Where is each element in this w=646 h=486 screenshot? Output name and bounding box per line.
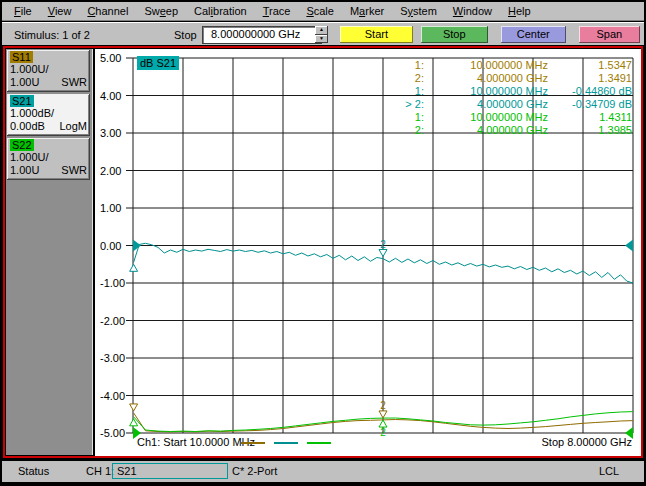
menu-view[interactable]: View [40,4,80,18]
trace-button-s21[interactable]: S211.000dB/0.00dBLogM [7,94,90,136]
stop-field-label: Stop [174,29,197,41]
menu-bar: FileViewChannelSweepCalibrationTraceScal… [2,2,644,21]
trace-format-label: SWR [61,76,87,89]
marker-value: 1.5347 [548,59,632,72]
marker-2-number: 2 [380,400,386,411]
marker-frequency: 4.000000 GHz [424,124,548,137]
measurement-box: S21 [112,463,228,479]
trace-ref-value: 1.00U [10,164,39,177]
menu-file[interactable]: File [6,4,40,18]
trace-scale-label: 1.000U/ [10,63,87,76]
display-area: S111.000U/1.00USWRS211.000dB/0.00dBLogMS… [2,45,644,459]
stop-frequency-input[interactable]: 8.000000000 GHz [202,26,322,44]
marker-2-symbol [379,411,387,418]
marker-readout-row: 2:4.000000 GHz1.3985 [382,124,632,137]
marker-frequency: 10.000000 MHz [424,111,548,124]
legend-dash-s21 [274,442,298,444]
trace-name-badge: S21 [10,95,34,107]
menu-marker[interactable]: Marker [342,4,392,18]
menu-help[interactable]: Help [500,4,539,18]
status-bar: Status CH 1: S21 C* 2-Port LCL [2,461,644,482]
lcl-indicator: LCL [599,465,619,477]
marker-2-number: 2 [380,427,386,438]
trace-format-label: LogM [59,120,87,133]
marker-2-symbol [379,250,387,257]
marker-value: -0.44860 dB [548,85,632,98]
channel-label: CH 1: [86,465,114,477]
marker-readout-row: > 2:4.000000 GHz-0.34709 dB [382,98,632,111]
channel-stop-label: Stop 8.00000 GHz [541,436,632,449]
channel-start-label: Ch1: Start 10.0000 MHz [137,436,255,449]
menu-trace[interactable]: Trace [255,4,299,18]
menu-scale[interactable]: Scale [298,4,342,18]
stimulus-toolbar: Stimulus: 1 of 2 Stop 8.000000000 GHz ▲ … [2,22,644,46]
menu-sweep[interactable]: Sweep [136,4,186,18]
stop-button[interactable]: Stop [421,26,488,43]
stimulus-label: Stimulus: 1 of 2 [14,29,90,41]
plot-panel: 5.004.003.002.001.000.00-1.00-2.00-3.00-… [95,49,641,457]
trace-ref-row: 1.00USWR [10,76,87,89]
app-window: FileViewChannelSweepCalibrationTraceScal… [0,0,646,486]
marker-frequency: 10.000000 MHz [424,59,548,72]
trace-name-badge: S22 [10,139,34,151]
reference-level-arrow [133,240,141,252]
center-button[interactable]: Center [501,26,566,43]
trace-scale-label: 1.000dB/ [10,107,87,120]
trace-ref-row: 0.00dBLogM [10,120,87,133]
measurement-value: S21 [117,465,137,477]
spinner-up-button[interactable]: ▲ [315,26,328,35]
trace-legend [241,442,331,444]
marker-2-symbol [379,420,387,427]
span-button[interactable]: Span [579,26,640,43]
menu-calibration[interactable]: Calibration [186,4,255,18]
marker-readout-row: 2:4.000000 GHz1.3491 [382,72,632,85]
marker-readouts: 1:10.000000 MHz1.53472:4.000000 GHz1.349… [382,59,632,137]
start-button[interactable]: Start [340,26,413,43]
marker-1-symbol [130,404,138,411]
trace-ref-row: 1.00USWR [10,164,87,177]
menu-channel[interactable]: Channel [79,4,136,18]
active-trace-label: dB S21 [137,56,179,70]
marker-number: > 2: [384,98,424,111]
reference-level-arrow [625,240,633,252]
marker-number: 2: [384,124,424,137]
marker-number: 2: [384,72,424,85]
trace-button-s11[interactable]: S111.000U/1.00USWR [7,50,90,92]
calibration-status: C* 2-Port [232,465,277,477]
marker-1-symbol [130,264,138,271]
status-label: Status [18,465,49,477]
marker-value: -0.34709 dB [548,98,632,111]
trace-format-label: SWR [61,164,87,177]
marker-readout-row: 1:10.000000 MHz1.5347 [382,59,632,72]
marker-frequency: 10.000000 MHz [424,85,548,98]
marker-2-number: 2 [380,239,386,250]
marker-value: 1.4311 [548,111,632,124]
marker-frequency: 4.000000 GHz [424,72,548,85]
trace-ref-value: 0.00dB [10,120,45,133]
marker-value: 1.3491 [548,72,632,85]
stimulus-buttons: StartStopCenterSpan [340,26,640,43]
marker-number: 1: [384,85,424,98]
menu-window[interactable]: Window [445,4,500,18]
marker-readout-row: 1:10.000000 MHz-0.44860 dB [382,85,632,98]
marker-readout-row: 1:10.000000 MHz1.4311 [382,111,632,124]
marker-value: 1.3985 [548,124,632,137]
menu-system[interactable]: System [392,4,445,18]
spinner-down-button[interactable]: ▼ [315,35,328,44]
trace-scale-label: 1.000U/ [10,151,87,164]
legend-dash-s11 [241,442,265,444]
trace-ref-value: 1.00U [10,76,39,89]
marker-frequency: 4.000000 GHz [424,98,548,111]
legend-dash-s22 [307,442,331,444]
frequency-spinner: ▲ ▼ [315,26,328,43]
marker-number: 1: [384,59,424,72]
stop-frequency-value: 8.000000000 GHz [211,28,300,40]
trace-button-s22[interactable]: S221.000U/1.00USWR [7,138,90,180]
trace-sidebar: S111.000U/1.00USWRS211.000dB/0.00dBLogMS… [6,49,93,455]
marker-number: 1: [384,111,424,124]
trace-name-badge: S11 [10,51,33,63]
